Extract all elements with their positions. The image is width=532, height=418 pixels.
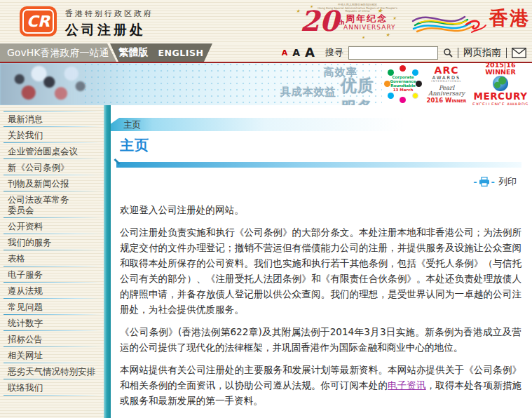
anniversary-label-en: ANNIVERSARY (343, 24, 396, 31)
print-dash: - (491, 177, 495, 187)
print-link[interactable]: - - 列印 (473, 175, 517, 188)
sidebar-item-e-services[interactable]: 电子服务 (0, 267, 104, 283)
paragraph-ordinance: 《公司条例》(香港法例第622章)及其附属法例于2014年3月3日实施。新条例为… (120, 324, 521, 355)
star-icon (296, 8, 300, 14)
cr-logo-frame: CR (22, 9, 54, 34)
mercury-award-line1: 2015|16 WINNER (471, 62, 530, 75)
brand-hk-dragon-icon (410, 6, 487, 39)
language-switch: 繁體版 ENGLISH (110, 43, 212, 62)
hk-brand-text: 香港 (489, 6, 530, 31)
sidebar-item-bad-weather-arrangements[interactable]: 恶劣天气情况特别安排 (0, 363, 104, 379)
sidebar-item-latest-news[interactable]: 最新消息 (0, 111, 104, 127)
banner: 高效率 优质服务 具成本效益 Corporate Governance Roun… (0, 63, 532, 105)
roundtable-dot-icon (412, 93, 418, 99)
sidebar-item-related-links[interactable]: 相关网址 (0, 347, 104, 363)
sidebar-content-divider (104, 105, 111, 418)
breadcrumb: 主页 (111, 118, 524, 131)
cr-logo-text: CR (27, 13, 50, 30)
govhk-link[interactable]: GovHK香港政府一站通 (0, 43, 119, 62)
search-input[interactable] (348, 46, 438, 60)
award-logos: Corporate Governance Roundtable 13 March… (382, 63, 532, 105)
roundtable-award-text: Corporate Governance Roundtable 13 March (389, 75, 417, 92)
mercury-award-logo: 2015|16 WINNER MERCURY EXCELLENCE AWARDS (471, 62, 530, 107)
paragraph-website-info: 本网站提供有关公司注册处的主要服务和发展计划等最新资料。本网站亦提供关于《公司条… (120, 362, 521, 408)
star-icon (393, 15, 396, 20)
e-newsletter-link[interactable]: 电子资讯 (388, 379, 426, 391)
globe-icon (493, 76, 508, 91)
sidebar-item-publications-press[interactable]: 刊物及新闻公报 (0, 175, 104, 191)
paragraph-responsibilities: 公司注册处负责实施和执行《公司条例》的大部分条文。本处注册本地和非香港公司；为法… (120, 224, 521, 317)
sitemap-link[interactable]: 网页指南 (463, 46, 501, 59)
sidebar-item-statistics[interactable]: 统计数字 (0, 315, 104, 331)
sidebar-item-tender-notices[interactable]: 招标公告 (0, 331, 104, 347)
department-name: 公司注册处 (65, 21, 154, 39)
cr-logo[interactable]: CR (20, 6, 57, 36)
roundtable-dot-icon (400, 97, 406, 103)
top-navbar: GovHK香港政府一站通 繁體版 ENGLISH A A A 搜寻 网页指南 (0, 43, 532, 62)
main-content: 主页 主页 - - 列印 欢迎登入公司注册处的网站。 公司注册处负责实施和执行《… (111, 105, 532, 418)
paragraph-feedback: 我希望这个网站能够为你提供有用的资讯，成为你与公司注册处一个有效的沟通渠道。如你… (120, 415, 521, 418)
arc-award-logo: ARC AWARDS INTERNATIONAL Pearl Anniversa… (423, 65, 470, 104)
sidebar-item-about-us[interactable]: 关於我们 (0, 127, 104, 143)
sidebar-menu: 最新消息 关於我们 企业管治圆桌会议 新《公司条例》 刊物及新闻公报 公司法改革… (0, 111, 104, 396)
sidebar-item-forms[interactable]: 表格 (0, 250, 104, 267)
english-link[interactable]: ENGLISH (158, 48, 204, 58)
arc-award-name: ARC (423, 65, 470, 75)
star-icon (386, 32, 390, 38)
breadcrumb-home[interactable]: 主页 (123, 119, 141, 130)
roundtable-dot-icon (388, 93, 394, 99)
arc-award-line3: 2016 Winner (423, 97, 470, 104)
sidebar-item-compliance[interactable]: 遵从法规 (0, 283, 104, 299)
star-icon (377, 7, 383, 14)
font-size-large-button[interactable]: A (305, 46, 315, 59)
traditional-chinese-link[interactable]: 繁體版 (119, 46, 149, 59)
font-size-small-button[interactable]: A (282, 49, 288, 57)
sidebar-item-standing-committee[interactable]: 公司法改革常务 委员会 (0, 191, 104, 218)
email-icon[interactable] (512, 48, 526, 58)
sidebar-item-corporate-governance-roundtable[interactable]: 企业管治圆桌会议 (0, 143, 104, 159)
sidebar-item-our-services[interactable]: 我们的服务 (0, 234, 104, 250)
government-line: 香港特别行政区政府 (65, 8, 154, 19)
anniversary-number: 20 (300, 7, 339, 35)
font-size-medium-button[interactable]: A (292, 48, 300, 58)
sidebar: 最新消息 关於我们 企业管治圆桌会议 新《公司条例》 刊物及新闻公报 公司法改革… (0, 105, 104, 418)
department-title-block: 香港特别行政区政府 公司注册处 (65, 8, 154, 39)
star-icon (310, 4, 313, 8)
slogan-cost: 具成本效益 (280, 86, 336, 99)
page: CR 香港特别行政区政府 公司注册处 中华人民共和国香港特别行政区 Hong K… (0, 0, 532, 418)
arc-award-name3: INTERNATIONAL (423, 80, 470, 83)
header: CR 香港特别行政区政府 公司注册处 中华人民共和国香港特别行政区 Hong K… (0, 0, 532, 43)
search-label: 搜寻 (325, 46, 343, 59)
anniversary-logo: 中华人民共和国香港特别行政区 Hong Kong Special Adminis… (294, 1, 407, 42)
search-icon[interactable] (443, 48, 453, 58)
sidebar-item-contact-us[interactable]: 联络我们 (0, 379, 104, 396)
star-icon (362, 35, 364, 39)
banner-background: 高效率 优质服务 具成本效益 (0, 63, 382, 105)
print-label: 列印 (498, 175, 517, 188)
page-title: 主页 (120, 136, 149, 155)
slogan-quality: 优质服务 (341, 75, 382, 105)
body-text: 欢迎登入公司注册处的网站。 公司注册处负责实施和执行《公司条例》的大部分条文。本… (120, 202, 521, 418)
sidebar-item-faq[interactable]: 常见问题 (0, 299, 104, 315)
mercury-award-line2: MERCURY (471, 92, 530, 102)
print-dash: - (473, 177, 477, 187)
divider (506, 48, 507, 58)
printer-icon (479, 177, 490, 187)
paragraph-welcome: 欢迎登入公司注册处的网站。 (120, 202, 521, 217)
roundtable-award-logo: Corporate Governance Roundtable 13 March (384, 65, 422, 103)
roundtable-dot-icon (400, 65, 406, 72)
arc-award-line2: Pearl Anniversary (423, 85, 470, 97)
title-divider (116, 162, 521, 168)
sidebar-item-new-companies-ordinance[interactable]: 新《公司条例》 (0, 159, 104, 175)
sidebar-item-public-information[interactable]: 公开资料 (0, 218, 104, 234)
divider (458, 48, 458, 58)
navbar-tools: A A A 搜寻 网页指南 (282, 43, 526, 62)
